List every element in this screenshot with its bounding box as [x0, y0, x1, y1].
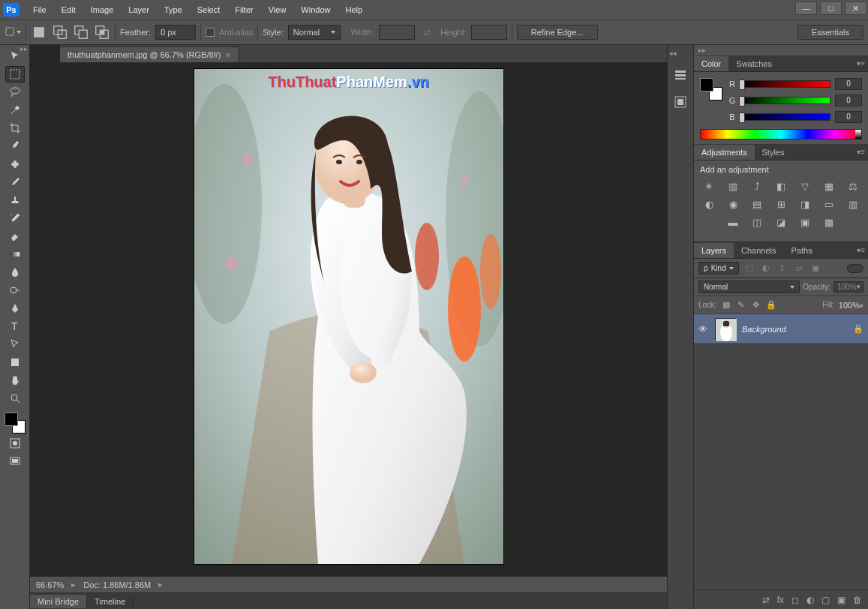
- adjustments-tab[interactable]: Adjustments: [694, 145, 755, 160]
- menu-select[interactable]: Select: [190, 2, 228, 17]
- g-value[interactable]: 0: [835, 94, 862, 106]
- shape-tool[interactable]: [5, 354, 25, 370]
- layer-thumbnail[interactable]: [715, 318, 736, 340]
- gradient-tool[interactable]: [5, 246, 25, 262]
- canvas-image[interactable]: ThuThuatPhanMem.vn: [194, 69, 503, 564]
- dodge-tool[interactable]: [5, 282, 25, 298]
- eyedropper-tool[interactable]: [5, 138, 25, 154]
- filter-type-icon[interactable]: T: [776, 262, 788, 274]
- vibrance-adjustment-icon[interactable]: ▽: [798, 180, 812, 192]
- menu-image[interactable]: Image: [83, 2, 122, 17]
- type-tool[interactable]: T: [5, 318, 25, 334]
- lock-pixels-icon[interactable]: ✎: [736, 300, 746, 310]
- lasso-tool[interactable]: [5, 84, 25, 100]
- feather-input[interactable]: 0 px: [155, 25, 196, 40]
- styles-tab[interactable]: Styles: [755, 145, 792, 160]
- move-tool[interactable]: [5, 48, 25, 64]
- refine-edge-button[interactable]: Refine Edge...: [517, 25, 598, 40]
- clone-stamp-tool[interactable]: [5, 192, 25, 208]
- layer-style-icon[interactable]: fx: [777, 595, 784, 605]
- adjustments-panel-menu-icon[interactable]: ▾≡: [857, 148, 865, 156]
- filter-adjustment-icon[interactable]: ◐: [760, 262, 772, 274]
- healing-brush-tool[interactable]: [5, 156, 25, 172]
- hue-adjustment-icon[interactable]: ▦: [822, 180, 836, 192]
- bw-adjustment-icon[interactable]: ◐: [702, 198, 716, 210]
- menu-filter[interactable]: Filter: [227, 2, 260, 17]
- quick-mask-tool[interactable]: [5, 435, 25, 452]
- b-value[interactable]: 0: [835, 111, 862, 123]
- zoom-tool[interactable]: [5, 390, 25, 406]
- style-select[interactable]: Normal: [288, 25, 341, 40]
- channelmixer-adjustment-icon[interactable]: ▤: [750, 198, 764, 210]
- filter-kind-select[interactable]: ρ Kind: [698, 262, 739, 274]
- colorlookup-adjustment-icon[interactable]: ⊞: [774, 198, 788, 210]
- adjustment-icon-5[interactable]: ▩: [822, 216, 836, 228]
- color-tab[interactable]: Color: [694, 56, 728, 71]
- adjustment-icon-4[interactable]: ▣: [798, 216, 812, 228]
- blur-tool[interactable]: [5, 264, 25, 280]
- b-slider[interactable]: [740, 113, 830, 121]
- lock-transparency-icon[interactable]: ▦: [721, 300, 731, 310]
- crop-tool[interactable]: [5, 120, 25, 136]
- history-panel-icon[interactable]: [671, 66, 689, 84]
- posterize-adjustment-icon[interactable]: ▭: [822, 198, 836, 210]
- channels-tab[interactable]: Channels: [734, 243, 783, 258]
- foreground-background-swatch[interactable]: [700, 78, 722, 100]
- gradientmap-adjustment-icon[interactable]: ▬: [726, 216, 740, 228]
- color-panel-menu-icon[interactable]: ▾≡: [857, 59, 865, 68]
- paths-tab[interactable]: Paths: [784, 243, 820, 258]
- filter-toggle[interactable]: [847, 264, 863, 273]
- opacity-input[interactable]: 100%▾: [833, 281, 863, 292]
- layer-name[interactable]: Background: [742, 325, 847, 334]
- color-spectrum[interactable]: [700, 129, 862, 140]
- new-layer-icon[interactable]: ▣: [837, 595, 845, 605]
- workspace-switcher[interactable]: Essentials: [797, 25, 863, 40]
- lock-all-icon[interactable]: 🔒: [766, 300, 776, 310]
- path-selection-tool[interactable]: [5, 336, 25, 352]
- status-expand-icon[interactable]: ▸: [71, 580, 76, 590]
- layers-tab[interactable]: Layers: [694, 243, 734, 258]
- menu-edit[interactable]: Edit: [54, 2, 83, 17]
- eraser-tool[interactable]: [5, 228, 25, 244]
- dock-collapse-icon[interactable]: ◂◂: [669, 50, 677, 57]
- panels-collapse-icon[interactable]: ▸▸: [695, 45, 709, 56]
- status-play-icon[interactable]: ▸: [158, 580, 163, 590]
- swatches-tab[interactable]: Swatches: [728, 56, 779, 71]
- tool-preset-picker[interactable]: [5, 24, 21, 40]
- magic-wand-tool[interactable]: [5, 102, 25, 118]
- selectivecolor-adjustment-icon[interactable]: ◫: [750, 216, 764, 228]
- add-selection-icon[interactable]: [52, 24, 68, 40]
- brush-tool[interactable]: [5, 174, 25, 190]
- menu-window[interactable]: Window: [293, 2, 338, 17]
- properties-panel-icon[interactable]: [671, 93, 689, 111]
- layer-mask-icon[interactable]: ◻: [791, 595, 799, 605]
- intersect-selection-icon[interactable]: [94, 24, 110, 40]
- g-slider[interactable]: [740, 97, 830, 104]
- hand-tool[interactable]: [5, 372, 25, 388]
- window-close-button[interactable]: ✕: [845, 2, 866, 15]
- menu-layer[interactable]: Layer: [121, 2, 157, 17]
- lock-position-icon[interactable]: ✥: [751, 300, 761, 310]
- zoom-level[interactable]: 66.67%: [36, 580, 64, 590]
- window-minimize-button[interactable]: —: [795, 2, 817, 15]
- menu-view[interactable]: View: [261, 2, 294, 17]
- marquee-tool[interactable]: [5, 66, 25, 82]
- fill-input[interactable]: 100%▾: [839, 301, 863, 310]
- levels-adjustment-icon[interactable]: ▥: [726, 180, 740, 192]
- adjustment-layer-icon[interactable]: ◐: [806, 595, 814, 605]
- filter-pixel-icon[interactable]: ▢: [743, 262, 755, 274]
- subtract-selection-icon[interactable]: [73, 24, 89, 40]
- pen-tool[interactable]: [5, 300, 25, 316]
- filter-smart-icon[interactable]: ▣: [809, 262, 821, 274]
- close-tab-icon[interactable]: ✕: [225, 51, 231, 59]
- history-brush-tool[interactable]: [5, 210, 25, 226]
- curves-adjustment-icon[interactable]: ⤴: [750, 180, 764, 192]
- layers-panel-menu-icon[interactable]: ▾≡: [857, 246, 865, 254]
- menu-type[interactable]: Type: [157, 2, 190, 17]
- menu-file[interactable]: File: [26, 2, 54, 17]
- delete-layer-icon[interactable]: 🗑: [853, 595, 862, 605]
- mini-bridge-tab[interactable]: Mini Bridge: [30, 595, 87, 608]
- menu-help[interactable]: Help: [338, 2, 370, 17]
- brightness-adjustment-icon[interactable]: ☀: [702, 180, 716, 192]
- window-maximize-button[interactable]: □: [820, 2, 842, 15]
